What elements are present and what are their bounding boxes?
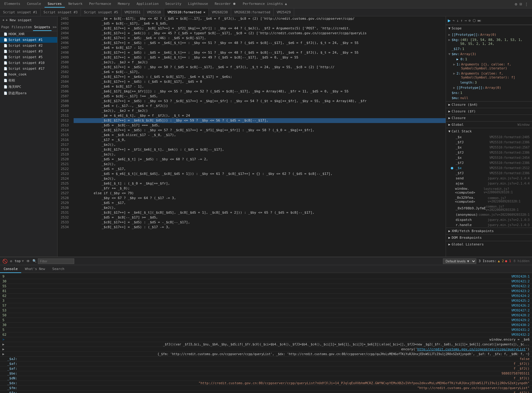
code-line[interactable]: _$c8[_$17++] = _$dS) : _$dS = _$e6[_$_t]… <box>74 55 446 60</box>
script-tab-4[interactable]: VM25510 <box>144 8 164 16</box>
tab-lighthouse[interactable]: Lighthouse <box>185 1 211 8</box>
code-line[interactable]: _$dS = $c8[--_$17], _$e6 = $_$dS, <box>74 21 446 26</box>
console-expression-line[interactable]: ▶ _$fJ()(var _$fJ3,$ci,_$nu,_$b4,_$by,_$… <box>0 342 532 347</box>
code-line[interactable]: _$fr += _$_0); <box>74 186 446 191</box>
code-line[interactable]: _$e6 = (._$17--, _$e6 = f _$fJ()) <box>74 104 446 108</box>
stack-file[interactable]: jquery.min.js?v=2.1.4:4 <box>488 177 530 180</box>
stack-file[interactable]: jquery.min.js?v=2.1.4:4 <box>488 182 530 185</box>
call-stack-item[interactable]: _$fJVM25510:formatted:2386 <box>446 140 532 145</box>
call-stack-item[interactable]: _$xVM25510:formatted:2567 <box>446 145 532 150</box>
scope-item[interactable]: ▶ [[Prototype]]: Array(0) <box>446 85 532 90</box>
tab-performance[interactable]: Performance <box>86 1 114 8</box>
console-file-link[interactable]: VM392422:2 <box>511 285 530 288</box>
eye-icon[interactable]: 👁 <box>26 259 30 263</box>
scope-item[interactable]: ▶ $mu: null <box>446 95 532 101</box>
scope-item[interactable]: ▶ length: 3 <box>446 80 532 85</box>
code-line[interactable]: _$c8[_$17++] = _$dS; _$e6 = (46) : _$dS … <box>74 36 446 41</box>
scope-item[interactable]: ▼ $mv: Array(3) <box>446 52 532 57</box>
code-line[interactable]: _$dS = _$17, <box>74 167 446 172</box>
console-file-link[interactable]: VM392424:2 <box>511 294 530 298</box>
call-stack-item[interactable]: _$fJVM25510:formatted:2386 <box>446 160 532 165</box>
call-stack-item[interactable]: dispatchjquery.min.js?v=2.1.4:3 <box>446 217 532 222</box>
step-into-icon[interactable]: ↓ <box>457 18 459 23</box>
code-line[interactable]: _$eJ(), _$eJ = f _$eJ() <box>74 108 446 113</box>
stack-file[interactable]: VM25510:formatted:2405 <box>490 135 530 139</box>
list-item[interactable]: 📄 Script snippet #17 <box>0 66 57 72</box>
tab-sources[interactable]: Sources <box>45 1 65 8</box>
code-line[interactable]: _$by <= 67 ? _$by <= 64 ? (_$17 -= 3, <box>74 196 446 201</box>
scope-item[interactable]: ▶ $kg: (48) [19, 54, 88, 30, 1, 53, 1, 5… <box>446 37 532 46</box>
settings-icon[interactable]: ⚙ <box>515 2 517 6</box>
code-line[interactable]: _$c8[_$17++] = _$dS) : _$dS = -_$c8[--_$… <box>74 220 446 225</box>
new-snippet-button[interactable]: + + New snippet <box>0 16 57 24</box>
call-stack-item[interactable]: _$xVM25510:formatted:2454 <box>446 155 532 160</box>
console-file-link[interactable]: VM392421:2 <box>511 280 530 283</box>
tab-application[interactable]: Application <box>134 1 162 8</box>
more-icon[interactable]: ⋮ <box>524 2 528 6</box>
console-expression-line[interactable]: ▶ encory('http://credit.customs.gov.cn/c… <box>0 347 532 352</box>
preserve-log-icon[interactable]: ⊘ <box>10 259 12 263</box>
scope-section-header[interactable]: ▼ Scope <box>446 25 532 32</box>
code-line[interactable]: _$e6 = $c8[--_$17], <box>74 70 446 75</box>
closure-n4-header[interactable]: ▶ Closure ($n4) <box>446 101 532 108</box>
tab-security[interactable]: Security <box>162 1 185 8</box>
code-line[interactable]: _$c8[_$17++] = _$e6()) : _$by <= 45 ? (_… <box>74 31 446 36</box>
scope-item[interactable]: ▶ 1: Arguments [{}, callee: f, Symbol(Sy… <box>446 62 532 71</box>
console-object-line[interactable]: ▶ {_$fm: 'http://credit.customs.gov.cn/c… <box>0 352 532 357</box>
log-level-selector[interactable]: top ▼ <box>15 259 24 263</box>
list-item[interactable]: 📄 框框 <box>0 77 57 84</box>
code-line[interactable]: _$c8[_$17++] = _$dS) : _$dS = _$e6[_$_t]… <box>74 41 446 45</box>
code-line[interactable]: _$eJ(), <box>74 176 446 181</box>
script-tab-2[interactable]: Script snippet #5 <box>81 8 121 16</box>
code-line[interactable]: _$c8[_$17++] = _$dS) : _$dS = _$e6[_$_t]… <box>74 50 446 55</box>
stack-file[interactable]: VM25510:formatted:2386 <box>490 141 530 144</box>
console-file-link[interactable]: VM392430:2 <box>511 323 530 327</box>
code-line[interactable]: _$dS = $c8[--_$17] !== _$dS, <box>74 94 446 99</box>
call-stack-header[interactable]: ▼ Call Stack <box>446 128 532 135</box>
code-line[interactable]: _$dS = _$17, <box>74 201 446 205</box>
stack-file[interactable]: VM25510:formatted:2454 <box>490 156 530 159</box>
list-item[interactable]: 📄 海关RPC <box>0 84 57 90</box>
xhr-breakpoints-header[interactable]: ▶ XHR/fetch Breakpoints <box>446 228 532 234</box>
tab-console[interactable]: Console <box>24 1 44 8</box>
resume-icon[interactable]: ▶ <box>448 18 451 23</box>
stack-file[interactable]: VM25510:formatted:2512 <box>490 166 530 170</box>
list-item[interactable]: 📄 Script snippet #1 <box>0 37 57 43</box>
stack-file[interactable]: common.js?v=20220609203320:1 <box>486 205 530 211</box>
stack-file[interactable]: VM25510:formatted:2386 <box>490 161 530 165</box>
call-stack-item[interactable]: r.handlejquery.min.js?v=2.1.4:3 <box>446 222 532 228</box>
list-item[interactable]: 📄 Script snippet #3 <box>0 48 57 54</box>
sidebar-tab-more[interactable]: >> <box>52 24 58 31</box>
code-line[interactable]: _$c8[_$17++] = _$dS) : (_$17 -= 3, <box>74 225 446 230</box>
tab-recorder[interactable]: Recorder ⏺ <box>212 1 239 8</box>
scope-item[interactable]: ▶ 2: Arguments [callee: f, Symbol(Symbol… <box>446 71 532 80</box>
code-line[interactable]: _$c8[_$17++] = _$e6[_$_t](_$c8[_$dS], _$… <box>74 210 446 215</box>
stack-file[interactable]: common.js?v=20220609203320:1 <box>488 196 530 203</box>
script-tab-3[interactable]: VM259551 <box>121 8 144 16</box>
long-resume-icon[interactable]: ⏭ <box>477 18 481 23</box>
code-line[interactable]: _$eJ(), _$eJ = f _$eJ() <box>74 60 446 65</box>
stack-file[interactable]: jquery.min.js?v=2.1.4:3 <box>488 223 530 227</box>
whats-new-tab[interactable]: What's New <box>21 265 48 273</box>
sidebar-tab-filesystem[interactable]: Filesystem <box>11 24 33 31</box>
console-file-link[interactable]: VM392426:2 <box>511 304 530 307</box>
step-over-icon[interactable]: ↷ <box>453 18 455 23</box>
step-icon[interactable]: → <box>464 18 467 23</box>
code-line[interactable]: _$dS = _$e6[_$_t] |= _$dS) : _$by <= 60 … <box>74 157 446 162</box>
sidebar-tab-snippets[interactable]: Snippets <box>33 24 52 31</box>
code-line[interactable]: _$dS = _$c8[--_$17] === _$dS, <box>74 123 446 128</box>
deactivate-icon[interactable]: ⊘ <box>469 18 471 23</box>
scope-item[interactable]: ▶ _$17: 1 <box>446 46 532 52</box>
console-filter-input[interactable] <box>38 258 74 264</box>
call-stack-item[interactable]: _$xVM25510:formatted:2405 <box>446 135 532 140</box>
stack-file[interactable]: common.js?v=20220609203320:1 <box>478 213 530 216</box>
stack-file[interactable]: VM25510:formatted:2386 <box>490 172 530 175</box>
call-stack-item[interactable]: _$fJVM25510:formatted:2386 <box>446 171 532 176</box>
list-item[interactable]: 📄 防盗用para <box>0 90 57 96</box>
code-line[interactable]: _$c8[_$17++] = _$dS) : _$by <= 53 ? _$c8… <box>74 99 446 104</box>
code-line[interactable]: _$e6[_$17[_$kg[++_$fr]]]) : _$by <= 55 ?… <box>74 89 446 94</box>
call-stack-item[interactable]: _0x329fea.<computed>common.js?v=20220609… <box>446 195 532 204</box>
console-expression-line[interactable]: > window.encory = _$e6 <box>0 337 532 342</box>
console-file-link[interactable]: VM392427:2 <box>511 309 530 312</box>
console-url[interactable]: http://credit.customs.gov.cn/ccppserver/… <box>417 347 526 351</box>
